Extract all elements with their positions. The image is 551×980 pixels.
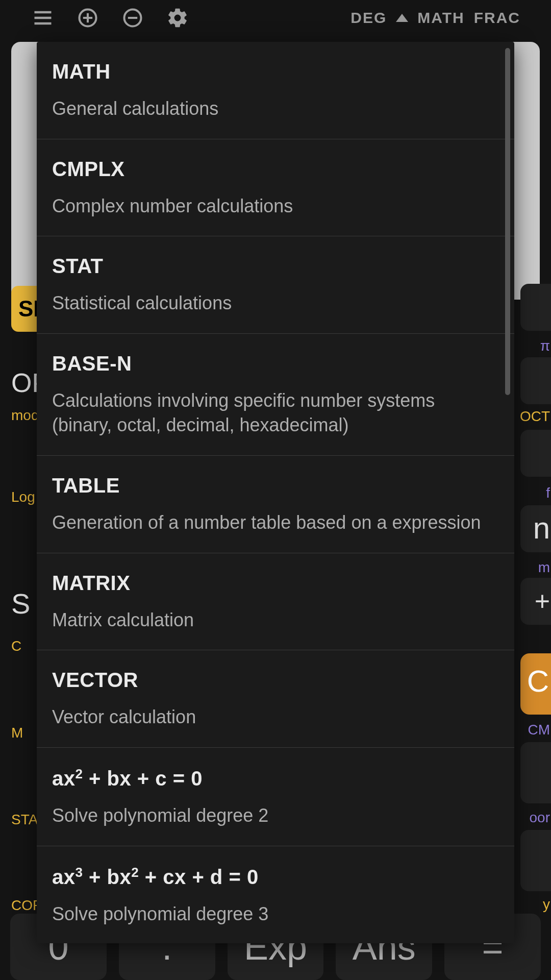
hamburger-icon[interactable]: [31, 6, 55, 30]
top-bar: DEG MATH FRAC: [0, 0, 551, 36]
label-mod: mod: [11, 407, 39, 424]
label-m: m: [538, 559, 550, 576]
mode-title: CMPLX: [52, 158, 499, 181]
menu-scroll[interactable]: MATH General calculations CMPLX Complex …: [37, 42, 514, 943]
label-n: n: [533, 510, 550, 546]
mode-desc: Statistical calculations: [52, 291, 499, 316]
label-ac: C: [527, 664, 549, 699]
mode-title: VECTOR: [52, 669, 499, 692]
mode-item-matrix[interactable]: MATRIX Matrix calculation: [37, 553, 514, 651]
mode-desc: Complex number calculations: [52, 194, 499, 219]
status-math: MATH: [417, 9, 464, 27]
mode-desc: Matrix calculation: [52, 608, 499, 633]
mode-desc: Vector calculation: [52, 705, 499, 730]
key-fragment[interactable]: [520, 357, 551, 404]
mode-item-poly3[interactable]: ax3 + bx2 + cx + d = 0 Solve polynomial …: [37, 846, 514, 943]
label-pi: π: [540, 338, 550, 354]
ac-key-fragment[interactable]: C: [520, 653, 551, 715]
label-sta: STA: [11, 812, 38, 828]
mode-title: BASE-N: [52, 352, 499, 375]
label-plus: +: [535, 586, 550, 617]
mode-item-base-n[interactable]: BASE-N Calculations involving specific n…: [37, 334, 514, 456]
mode-desc: Solve polynomial degree 2: [52, 803, 499, 828]
key-fragment[interactable]: [520, 830, 551, 891]
minus-circle-icon[interactable]: [120, 6, 145, 30]
status-indicators: DEG MATH FRAC: [350, 9, 520, 27]
mode-title: ax2 + bx + c = 0: [52, 766, 499, 790]
mode-item-poly2[interactable]: ax2 + bx + c = 0 Solve polynomial degree…: [37, 748, 514, 846]
mode-title: MATRIX: [52, 572, 499, 595]
label-s: S: [11, 587, 30, 620]
label-y: y: [543, 896, 550, 913]
mode-title: TABLE: [52, 474, 499, 497]
mode-desc: General calculations: [52, 96, 499, 121]
mode-desc: Solve polynomial degree 3: [52, 902, 499, 927]
mode-desc: Calculations involving specific number s…: [52, 388, 499, 438]
mode-select-menu: MATH General calculations CMPLX Complex …: [37, 42, 514, 943]
mode-item-vector[interactable]: VECTOR Vector calculation: [37, 650, 514, 748]
scrollbar-thumb[interactable]: [505, 48, 510, 395]
label-oor: oor: [530, 810, 550, 826]
gear-icon[interactable]: [165, 6, 190, 30]
label-m: M: [11, 725, 23, 741]
key-fragment[interactable]: [520, 284, 551, 331]
label-cm: CM: [528, 722, 550, 738]
mode-title: MATH: [52, 60, 499, 83]
key-fragment[interactable]: [520, 430, 551, 477]
mode-item-math[interactable]: MATH General calculations: [37, 42, 514, 139]
label-f: f: [546, 485, 550, 501]
mode-title: ax3 + bx2 + cx + d = 0: [52, 865, 499, 889]
mode-desc: Generation of a number table based on a …: [52, 510, 499, 535]
mode-title: STAT: [52, 255, 499, 278]
mode-item-stat[interactable]: STAT Statistical calculations: [37, 236, 514, 334]
label-c: C: [11, 638, 21, 654]
status-frac: FRAC: [474, 9, 520, 27]
label-log: Log: [11, 489, 35, 505]
mode-item-table[interactable]: TABLE Generation of a number table based…: [37, 456, 514, 553]
key-fragment[interactable]: [520, 742, 551, 803]
mode-item-cmplx[interactable]: CMPLX Complex number calculations: [37, 139, 514, 237]
label-oct: OCT: [520, 408, 550, 425]
plus-circle-icon[interactable]: [76, 6, 100, 30]
status-deg: DEG: [350, 9, 387, 27]
triangle-up-icon: [396, 14, 408, 22]
